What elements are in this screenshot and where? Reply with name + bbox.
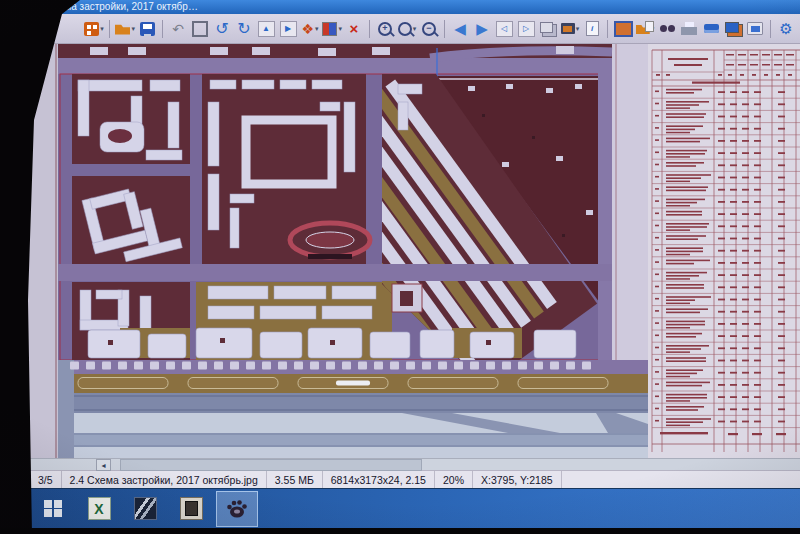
- dropdown-caret: ▾: [576, 25, 580, 32]
- forward-button[interactable]: ▶: [472, 18, 492, 40]
- images-icon: [725, 22, 739, 33]
- binoculars-icon: [660, 25, 667, 32]
- status-zoom-level: 20%: [435, 471, 473, 489]
- graphics-app-icon: [134, 497, 157, 520]
- undo-button[interactable]: ↶: [168, 18, 188, 40]
- slideshow-icon: [561, 23, 575, 34]
- save-button[interactable]: [137, 18, 157, 40]
- printer-icon: [681, 22, 697, 35]
- zoom-in-icon: +: [378, 22, 392, 36]
- previous-image-button[interactable]: ◁: [494, 18, 514, 40]
- status-file-index: 3/5: [30, 471, 62, 489]
- xnview-paw-icon: [226, 498, 248, 520]
- settings-button[interactable]: ⚙: [776, 18, 796, 40]
- zoom-out-icon: −: [422, 22, 436, 36]
- palette-icon: [322, 22, 337, 36]
- zoom-fit-icon: [398, 22, 412, 36]
- toolbar-separator: [607, 20, 608, 38]
- dropdown-caret: ▾: [413, 25, 417, 32]
- crop-icon: [192, 21, 208, 37]
- status-bar: 3/5 2.4 Схема застройки, 2017 октябрь.jp…: [0, 470, 800, 489]
- image-canvas[interactable]: [0, 44, 800, 458]
- floppy-icon: [140, 22, 155, 36]
- next-image-button[interactable]: ▷: [516, 18, 536, 40]
- excel-icon: X: [88, 497, 111, 520]
- batch-convert-button[interactable]: [723, 18, 743, 40]
- previous-image-icon: ◁: [496, 21, 513, 37]
- browse-folder-button[interactable]: ▾: [635, 18, 655, 40]
- monitor-icon: [747, 22, 763, 35]
- flip-horizontal-button[interactable]: ▶: [278, 18, 298, 40]
- development-plan-image: [0, 44, 800, 458]
- rotate-left-icon: ↺: [215, 21, 228, 37]
- view-image-button[interactable]: [613, 18, 633, 40]
- toolbar: ▾ ▾ ↶ ↺ ↻ ▲ ▶ ❖▾ ▾ × + ▾ − ◀ ▶ ◁ ▷ ▾ i ▾…: [0, 14, 800, 44]
- palette-button[interactable]: ▾: [322, 18, 342, 40]
- toolbar-separator: [162, 20, 163, 38]
- back-icon: ◀: [454, 21, 466, 36]
- toolbar-separator: [109, 20, 110, 38]
- status-filename: 2.4 Схема застройки, 2017 октябрь.jpg: [62, 471, 267, 489]
- open-folder-icon: [115, 23, 130, 35]
- document-app-icon: [180, 497, 203, 520]
- adjust-icon: ❖: [301, 22, 314, 36]
- browser-icon: [84, 22, 99, 36]
- back-button[interactable]: ◀: [450, 18, 470, 40]
- status-dimensions: 6814x3173x24, 2.15: [323, 471, 435, 489]
- flip-vertical-icon: ▲: [258, 21, 275, 37]
- window-titlebar[interactable]: 2.4 Схема застройки, 2017 октябр…: [0, 0, 800, 14]
- document-overlay-icon: [645, 21, 654, 32]
- monitor-bezel-bottom: [0, 528, 800, 534]
- settings-gear-icon: ⚙: [779, 21, 792, 36]
- dropdown-caret: ▾: [315, 25, 319, 32]
- taskbar-app-excel[interactable]: X: [78, 491, 120, 527]
- flip-vertical-button[interactable]: ▲: [256, 18, 276, 40]
- scan-button[interactable]: [701, 18, 721, 40]
- open-button[interactable]: ▾: [115, 18, 135, 40]
- dropdown-caret: ▾: [338, 25, 342, 32]
- rotate-right-icon: ↻: [237, 21, 250, 37]
- start-button[interactable]: [32, 491, 74, 527]
- scanner-icon: [704, 24, 719, 33]
- pages-icon: [540, 22, 553, 33]
- toolbar-separator: [770, 20, 771, 38]
- taskbar-app-graphics[interactable]: [124, 491, 166, 527]
- zoom-in-button[interactable]: +: [375, 18, 395, 40]
- status-cursor-position: X:3795, Y:2185: [473, 471, 562, 489]
- dropdown-caret: ▾: [131, 25, 135, 32]
- print-button[interactable]: [679, 18, 699, 40]
- toolbar-separator: [444, 20, 445, 38]
- dropdown-caret: ▾: [100, 25, 104, 32]
- file-info-button[interactable]: i: [582, 18, 602, 40]
- status-filesize: 3.55 МБ: [267, 471, 323, 489]
- taskbar: X: [0, 488, 800, 528]
- fullscreen-button[interactable]: [745, 18, 765, 40]
- photographed-monitor: 2.4 Схема застройки, 2017 октябр… ▾ ▾ ↶ …: [0, 0, 800, 534]
- zoom-out-button[interactable]: −: [419, 18, 439, 40]
- rotate-left-button[interactable]: ↺: [212, 18, 232, 40]
- adjust-button[interactable]: ❖▾: [300, 18, 320, 40]
- slideshow-button[interactable]: ▾: [560, 18, 580, 40]
- file-info-icon: i: [586, 21, 599, 36]
- crop-button[interactable]: [190, 18, 210, 40]
- minus-sign: −: [426, 24, 431, 33]
- pages-button[interactable]: [538, 18, 558, 40]
- windows-logo-icon: [44, 500, 62, 518]
- browser-button[interactable]: ▾: [84, 18, 104, 40]
- plus-sign: +: [382, 24, 387, 33]
- image-frame-icon: [614, 21, 633, 37]
- toolbar-separator: [369, 20, 370, 38]
- scrollbar-thumb[interactable]: [120, 459, 422, 471]
- taskbar-app-viewer[interactable]: [170, 491, 212, 527]
- taskbar-app-xnview[interactable]: [216, 491, 258, 527]
- rotate-right-button[interactable]: ↻: [234, 18, 254, 40]
- undo-icon: ↶: [172, 22, 184, 36]
- flip-horizontal-icon: ▶: [280, 21, 297, 37]
- forward-icon: ▶: [476, 21, 488, 36]
- delete-button[interactable]: ×: [344, 18, 364, 40]
- zoom-fit-button[interactable]: ▾: [397, 18, 417, 40]
- delete-icon: ×: [350, 21, 359, 36]
- search-button[interactable]: [657, 18, 677, 40]
- scroll-left-button[interactable]: ◂: [96, 459, 111, 471]
- next-image-icon: ▷: [518, 21, 535, 37]
